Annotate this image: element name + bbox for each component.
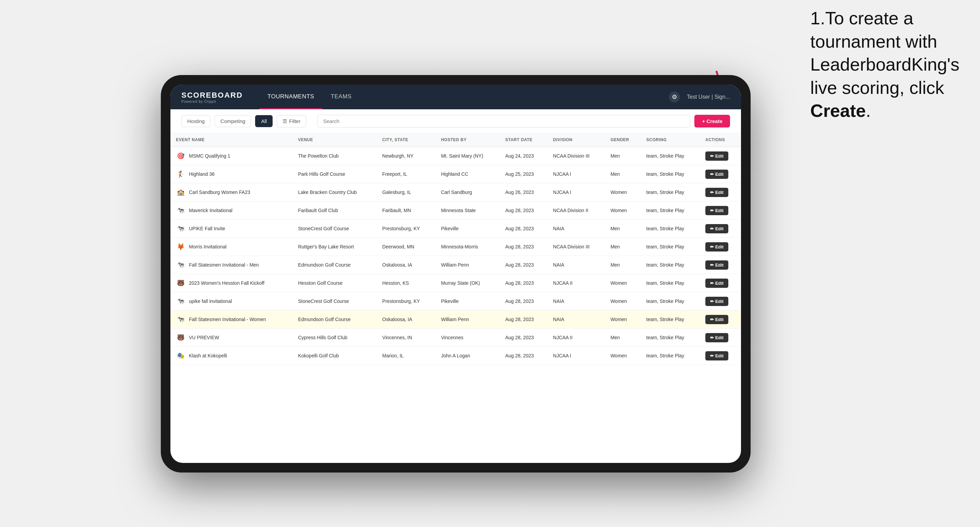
settings-icon[interactable]: ⚙ <box>669 92 680 102</box>
event-name-text: Fall Statesmen Invitational - Women <box>189 317 266 322</box>
logo-sub: Powered by Clippit <box>181 100 243 103</box>
event-icon: 🦊 <box>176 242 186 251</box>
cell-venue: Ruttger's Bay Lake Resort <box>293 238 377 256</box>
edit-button[interactable]: ✏ Edit <box>705 333 728 342</box>
col-event-name: EVENT NAME <box>170 133 293 147</box>
search-box <box>317 115 690 127</box>
edit-button[interactable]: ✏ Edit <box>705 206 728 215</box>
cell-division: NJCAA II <box>547 274 605 292</box>
cell-hosted-by: Pikeville <box>436 292 500 310</box>
edit-button[interactable]: ✏ Edit <box>705 188 728 197</box>
cell-venue: Edmundson Golf Course <box>293 256 377 274</box>
cell-start-date: Aug 28, 2023 <box>500 256 547 274</box>
search-input[interactable] <box>317 115 690 127</box>
cell-scoring: team, Stroke Play <box>641 292 700 310</box>
edit-button[interactable]: ✏ Edit <box>705 351 728 360</box>
cell-event-name: 🏌️ Highland 36 <box>170 165 293 183</box>
table-row: 🦊 Morris Invitational Ruttger's Bay Lake… <box>170 238 741 256</box>
toolbar: Hosting Competing All ☰ Filter + Create <box>170 109 741 133</box>
tab-tournaments[interactable]: TOURNAMENTS <box>259 85 322 109</box>
cell-division: NJCAA II <box>547 329 605 347</box>
cell-hosted-by: Highland CC <box>436 165 500 183</box>
table-row: 🐻 VU PREVIEW Cypress Hills Golf Club Vin… <box>170 329 741 347</box>
table-row: 🐄 Fall Statesmen Invitational - Men Edmu… <box>170 256 741 274</box>
cell-start-date: Aug 28, 2023 <box>500 329 547 347</box>
cell-gender: Women <box>605 202 641 220</box>
cell-gender: Women <box>605 183 641 202</box>
cell-division: NJCAA I <box>547 165 605 183</box>
cell-gender: Women <box>605 310 641 329</box>
cell-scoring: team, Stroke Play <box>641 183 700 202</box>
event-icon: 🎭 <box>176 351 186 360</box>
cell-event-name: 🎭 Klash at Kokopelli <box>170 347 293 365</box>
cell-hosted-by: Pikeville <box>436 220 500 238</box>
cell-start-date: Aug 25, 2023 <box>500 165 547 183</box>
competing-filter-button[interactable]: Competing <box>215 115 251 127</box>
cell-event-name: 🦊 Morris Invitational <box>170 238 293 256</box>
cell-venue: Lake Bracken Country Club <box>293 183 377 202</box>
event-icon: 🐄 <box>176 297 186 306</box>
table-row: 🐄 Fall Statesmen Invitational - Women Ed… <box>170 310 741 329</box>
table-row: 🐻 2023 Women's Hesston Fall Kickoff Hess… <box>170 274 741 292</box>
event-name-text: Maverick Invitational <box>189 208 232 213</box>
cell-scoring: team, Stroke Play <box>641 347 700 365</box>
cell-scoring: team, Stroke Play <box>641 202 700 220</box>
cell-division: NAIA <box>547 310 605 329</box>
event-icon: 🐄 <box>176 260 186 270</box>
table-row: 🐄 UPIKE Fall Invite StoneCrest Golf Cour… <box>170 220 741 238</box>
event-name-text: Carl Sandburg Women FA23 <box>189 189 250 195</box>
tournaments-table: EVENT NAME VENUE CITY, STATE HOSTED BY S… <box>170 133 741 365</box>
cell-division: NAIA <box>547 292 605 310</box>
cell-gender: Men <box>605 147 641 165</box>
cell-gender: Men <box>605 220 641 238</box>
event-name-text: upike fall invitational <box>189 298 232 304</box>
cell-division: NAIA <box>547 220 605 238</box>
edit-button[interactable]: ✏ Edit <box>705 242 728 251</box>
cell-city-state: Deerwood, MN <box>377 238 436 256</box>
cell-hosted-by: John A Logan <box>436 347 500 365</box>
cell-actions: ✏ Edit <box>700 256 741 274</box>
cell-city-state: Galesburg, IL <box>377 183 436 202</box>
cell-city-state: Faribault, MN <box>377 202 436 220</box>
col-start-date: START DATE <box>500 133 547 147</box>
cell-actions: ✏ Edit <box>700 220 741 238</box>
edit-button[interactable]: ✏ Edit <box>705 279 728 288</box>
cell-event-name: 🐄 upike fall invitational <box>170 292 293 310</box>
cell-gender: Women <box>605 274 641 292</box>
event-name-text: Fall Statesmen Invitational - Men <box>189 262 259 268</box>
cell-actions: ✏ Edit <box>700 202 741 220</box>
cell-city-state: Marion, IL <box>377 347 436 365</box>
cell-city-state: Prestonsburg, KY <box>377 292 436 310</box>
cell-city-state: Oskaloosa, IA <box>377 256 436 274</box>
edit-button[interactable]: ✏ Edit <box>705 170 728 179</box>
col-city-state: CITY, STATE <box>377 133 436 147</box>
filter-button[interactable]: ☰ Filter <box>277 115 306 127</box>
cell-scoring: team, Stroke Play <box>641 274 700 292</box>
cell-venue: Park Hills Golf Course <box>293 165 377 183</box>
create-button[interactable]: + Create <box>694 115 730 127</box>
edit-button[interactable]: ✏ Edit <box>705 151 728 161</box>
cell-start-date: Aug 24, 2023 <box>500 147 547 165</box>
event-name-text: 2023 Women's Hesston Fall Kickoff <box>189 280 264 286</box>
cell-scoring: team, Stroke Play <box>641 310 700 329</box>
cell-start-date: Aug 28, 2023 <box>500 220 547 238</box>
tablet-screen: SCOREBOARD Powered by Clippit TOURNAMENT… <box>170 85 741 463</box>
cell-venue: Faribault Golf Club <box>293 202 377 220</box>
cell-actions: ✏ Edit <box>700 238 741 256</box>
cell-city-state: Newburgh, NY <box>377 147 436 165</box>
cell-actions: ✏ Edit <box>700 347 741 365</box>
edit-button[interactable]: ✏ Edit <box>705 260 728 270</box>
edit-button[interactable]: ✏ Edit <box>705 224 728 233</box>
event-name-text: VU PREVIEW <box>189 335 219 340</box>
tab-teams[interactable]: TEAMS <box>322 85 360 109</box>
nav-tabs: TOURNAMENTS TEAMS <box>259 85 669 109</box>
annotation-text: 1.To create a tournament with Leaderboar… <box>810 7 959 123</box>
edit-button[interactable]: ✏ Edit <box>705 315 728 324</box>
edit-button[interactable]: ✏ Edit <box>705 297 728 306</box>
cell-event-name: 🎯 MSMC Qualifying 1 <box>170 147 293 165</box>
hosting-filter-button[interactable]: Hosting <box>181 115 210 127</box>
table-row: 🏫 Carl Sandburg Women FA23 Lake Bracken … <box>170 183 741 202</box>
all-filter-button[interactable]: All <box>255 115 273 127</box>
cell-start-date: Aug 26, 2023 <box>500 183 547 202</box>
cell-city-state: Oskaloosa, IA <box>377 310 436 329</box>
